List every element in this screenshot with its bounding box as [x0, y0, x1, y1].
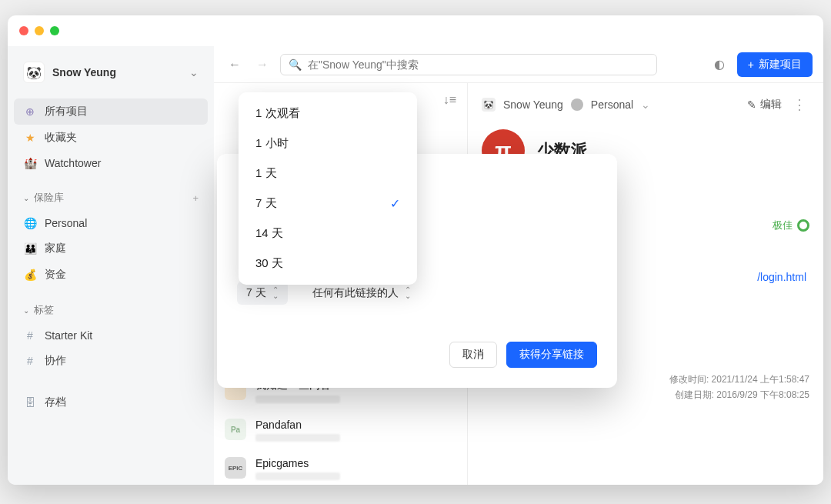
more-menu-button[interactable]: ⋮	[789, 96, 809, 113]
list-item[interactable]: EPICEpicgames	[214, 449, 467, 485]
duration-dropdown: 1 次观看1 小时1 天7 天✓14 天30 天	[239, 92, 417, 285]
nav-icon: ★	[23, 132, 37, 144]
get-share-link-button[interactable]: 获得分享链接	[506, 342, 597, 368]
chevron-down-icon: ⌄	[189, 66, 199, 78]
vaults-section-header[interactable]: ⌄保险库 +	[8, 185, 214, 211]
app-body: 🐼 Snow Yeung ⌄ ⊕所有项目★收藏夹🏰Watchtower ⌄保险库…	[8, 46, 823, 485]
list-item[interactable]: PaPandafan	[214, 411, 467, 449]
vault-icon	[571, 98, 583, 111]
sidebar-nav-item[interactable]: ⊕所有项目	[14, 98, 208, 125]
item-subtitle-blurred	[255, 434, 340, 442]
hash-icon: #	[23, 355, 37, 367]
tag-label: 协作	[45, 354, 66, 368]
owner-avatar-icon: 🐼	[482, 98, 496, 112]
option-label: 14 天	[255, 226, 283, 241]
tag-label: Starter Kit	[45, 329, 92, 342]
vault-icon: 🌐	[23, 217, 37, 229]
chevron-down-icon: ⌄	[23, 194, 29, 202]
app-window: 🐼 Snow Yeung ⌄ ⊕所有项目★收藏夹🏰Watchtower ⌄保险库…	[8, 15, 823, 485]
check-icon: ✓	[390, 196, 400, 211]
vault-name[interactable]: Personal	[591, 98, 633, 111]
option-label: 1 次观看	[255, 106, 300, 121]
nav-label: Watchtower	[45, 157, 101, 169]
chevron-down-icon: ⌄	[641, 98, 650, 111]
edit-button[interactable]: ✎ 编辑	[747, 98, 782, 112]
sidebar-vault-item[interactable]: 👪家庭	[8, 235, 214, 262]
tags-section-header[interactable]: ⌄标签	[8, 297, 214, 323]
vault-label: Personal	[45, 217, 87, 229]
vault-label: 家庭	[45, 242, 66, 255]
strength-label: 极佳	[773, 219, 793, 232]
sidebar-vault-item[interactable]: 💰资金	[8, 262, 214, 288]
nav-label: 所有项目	[45, 105, 88, 118]
strength-ring-icon	[797, 219, 809, 232]
option-label: 30 天	[255, 256, 283, 271]
item-title: Pandafan	[255, 419, 340, 431]
account-switcher[interactable]: 🐼 Snow Yeung ⌄	[8, 62, 214, 98]
add-vault-button[interactable]: +	[192, 192, 199, 204]
forward-button[interactable]: →	[252, 55, 272, 75]
privacy-icon[interactable]: ◐	[709, 55, 729, 75]
titlebar	[8, 15, 823, 46]
option-label: 1 小时	[255, 136, 289, 151]
nav-icon: ⊕	[23, 105, 37, 118]
duration-value: 7 天	[246, 286, 266, 300]
access-value: 任何有此链接的人	[312, 286, 399, 300]
account-avatar: 🐼	[23, 62, 45, 83]
nav-label: 收藏夹	[45, 131, 77, 145]
sidebar-nav-item[interactable]: 🏰Watchtower	[8, 151, 214, 175]
account-name: Snow Yeung	[52, 66, 182, 78]
dropdown-option[interactable]: 1 天	[239, 159, 417, 189]
search-input[interactable]	[308, 58, 649, 71]
item-icon: EPIC	[225, 457, 246, 479]
sidebar-vault-item[interactable]: 🌐Personal	[8, 211, 214, 235]
search-field[interactable]: 🔍	[280, 54, 657, 75]
duration-select[interactable]: 7 天 ⌃⌄	[237, 282, 288, 305]
option-label: 1 天	[255, 166, 277, 181]
toolbar: ← → 🔍 ◐ + 新建项目	[214, 46, 823, 83]
zoom-window-button[interactable]	[50, 26, 59, 35]
sidebar-nav-item[interactable]: ★收藏夹	[8, 125, 214, 151]
dropdown-option[interactable]: 7 天✓	[239, 189, 417, 219]
archive-icon: 🗄	[23, 396, 37, 409]
plus-icon: +	[748, 58, 754, 71]
sort-button[interactable]: ↓≡	[443, 93, 456, 107]
back-button[interactable]: ←	[225, 55, 245, 75]
sidebar-archive[interactable]: 🗄 存档	[8, 389, 214, 416]
new-item-button[interactable]: + 新建项目	[737, 52, 813, 77]
sidebar-tag-item[interactable]: #Starter Kit	[8, 323, 214, 348]
vault-icon: 💰	[23, 269, 37, 281]
dropdown-option[interactable]: 30 天	[239, 249, 417, 279]
item-subtitle-blurred	[255, 472, 340, 480]
item-title: Epicgames	[255, 457, 340, 469]
close-window-button[interactable]	[19, 26, 28, 35]
nav-icon: 🏰	[23, 157, 37, 169]
vault-label: 资金	[45, 268, 66, 282]
cancel-button[interactable]: 取消	[449, 342, 497, 368]
owner-name: Snow Yeung	[503, 98, 563, 111]
tags-heading: 标签	[34, 304, 54, 315]
edit-label: 编辑	[760, 98, 782, 112]
sidebar: 🐼 Snow Yeung ⌄ ⊕所有项目★收藏夹🏰Watchtower ⌄保险库…	[8, 46, 214, 485]
detail-header: 🐼 Snow Yeung Personal ⌄ ✎ 编辑 ⋮	[482, 91, 809, 118]
item-icon: Pa	[225, 419, 246, 440]
sidebar-tag-item[interactable]: #协作	[8, 348, 214, 374]
minimize-window-button[interactable]	[35, 26, 44, 35]
created-timestamp: 创建日期: 2016/9/29 下午8:08:25	[482, 387, 809, 402]
item-subtitle-blurred	[255, 396, 340, 403]
hash-icon: #	[23, 329, 37, 342]
chevron-down-icon: ⌄	[23, 306, 29, 315]
stepper-arrows-icon: ⌃⌄	[405, 287, 411, 299]
pencil-icon: ✎	[747, 98, 756, 111]
dropdown-option[interactable]: 14 天	[239, 219, 417, 249]
search-icon: 🔍	[289, 58, 302, 71]
access-select[interactable]: 任何有此链接的人 ⌃⌄	[303, 282, 420, 305]
stepper-arrows-icon: ⌃⌄	[272, 287, 279, 299]
vaults-heading: 保险库	[34, 192, 64, 203]
dropdown-option[interactable]: 1 次观看	[239, 98, 417, 129]
new-item-label: 新建项目	[759, 58, 802, 72]
vault-icon: 👪	[23, 242, 37, 255]
option-label: 7 天	[255, 196, 277, 211]
dropdown-option[interactable]: 1 小时	[239, 129, 417, 159]
archive-label: 存档	[45, 396, 66, 409]
